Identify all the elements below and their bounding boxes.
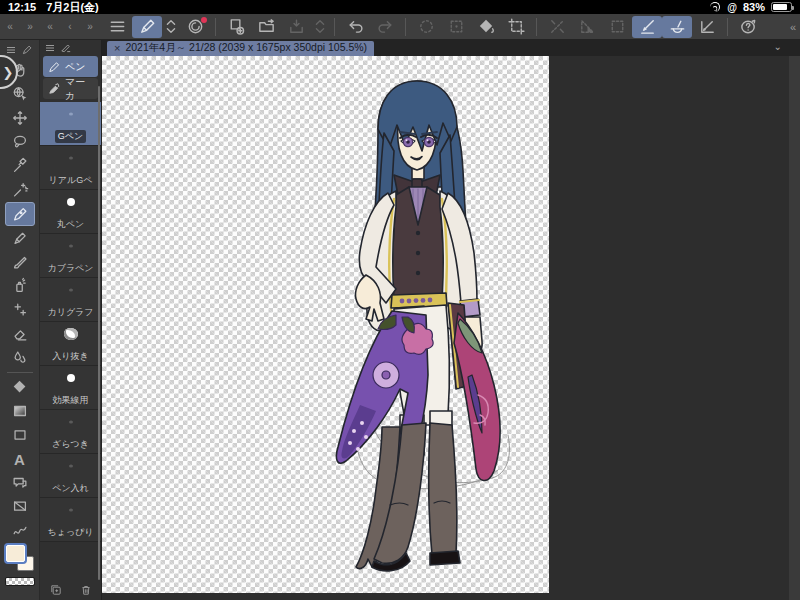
undo-button[interactable] bbox=[340, 16, 370, 38]
subtool-item[interactable]: ちょっぴり bbox=[40, 498, 101, 542]
document-tab[interactable]: × 2021年4月～ 21/28 (2039 x 1675px 350dpi 1… bbox=[107, 41, 374, 56]
subtool-item[interactable]: Gペン bbox=[40, 102, 101, 146]
panel-collapse-chevrons: « » « ‹ » bbox=[0, 14, 102, 39]
subtool-panel-icon bbox=[60, 42, 72, 54]
subtool-item[interactable]: 効果線用 bbox=[40, 366, 101, 410]
ruler-button[interactable] bbox=[542, 16, 572, 38]
tool-panel-expand[interactable]: » bbox=[20, 21, 40, 32]
help-button[interactable] bbox=[733, 16, 763, 38]
deselect-button[interactable] bbox=[441, 16, 471, 38]
save-stepper[interactable] bbox=[311, 16, 329, 38]
special-ruler-button[interactable] bbox=[572, 16, 602, 38]
snap-to-ruler-button[interactable] bbox=[632, 16, 662, 38]
tool-balloon[interactable] bbox=[5, 471, 35, 495]
subtool-item[interactable]: カリグラフ bbox=[40, 278, 101, 322]
subtool-panel: ペン マーカ Gペン リアルGペ 丸ペン カブラペン カリグラフ 入り抜き 効果… bbox=[40, 40, 102, 600]
subtool-item[interactable]: ざらつき bbox=[40, 410, 101, 454]
subtool-panel-menu-icon[interactable] bbox=[45, 43, 55, 53]
subtool-panel-expand[interactable]: » bbox=[80, 21, 100, 32]
subtool-panel-collapse[interactable]: « bbox=[40, 21, 60, 32]
tool-lasso[interactable] bbox=[5, 130, 35, 154]
subtool-item[interactable]: 丸ペン bbox=[40, 190, 101, 234]
new-canvas-button[interactable] bbox=[221, 16, 251, 38]
subtool-item[interactable]: 入り抜き bbox=[40, 322, 101, 366]
tool-decoration[interactable] bbox=[5, 298, 35, 322]
tab-bar-collapse-icon[interactable]: ⌄ bbox=[774, 41, 782, 52]
canvas-page-transparent[interactable] bbox=[102, 56, 549, 593]
duplicate-subtool-icon[interactable] bbox=[49, 583, 63, 597]
rotation-lock-icon: @ bbox=[727, 2, 737, 13]
subtool-item[interactable]: リアルGペ bbox=[40, 146, 101, 190]
snap-to-grid-button[interactable] bbox=[692, 16, 722, 38]
subtool-scrollbar[interactable] bbox=[98, 86, 100, 580]
delete-subtool-icon[interactable] bbox=[79, 583, 93, 597]
subtool-group-marker[interactable]: マーカ bbox=[43, 78, 98, 99]
clock: 12:15 bbox=[8, 1, 36, 13]
close-tab-icon[interactable]: × bbox=[114, 42, 120, 54]
subtool-item[interactable]: カブラペン bbox=[40, 234, 101, 278]
document-tab-bar: × 2021年4月～ 21/28 (2039 x 1675px 350dpi 1… bbox=[102, 40, 800, 56]
tool-pencil[interactable] bbox=[5, 226, 35, 250]
tool-pen[interactable] bbox=[5, 202, 35, 226]
tool-panel-menu-icon[interactable] bbox=[6, 45, 16, 55]
tool-panel-icon bbox=[21, 44, 33, 56]
crop-canvas-button[interactable] bbox=[501, 16, 531, 38]
battery-percent: 83% bbox=[743, 1, 765, 13]
tool-text[interactable]: A bbox=[5, 447, 35, 471]
tool-panel-collapse[interactable]: « bbox=[0, 21, 20, 32]
save-button[interactable] bbox=[281, 16, 311, 38]
grid-button[interactable] bbox=[602, 16, 632, 38]
tool-auto-select[interactable] bbox=[5, 178, 35, 202]
redo-button[interactable] bbox=[370, 16, 400, 38]
toolbar-collapse-chevron[interactable]: « bbox=[786, 21, 800, 33]
selection-launcher-button[interactable] bbox=[411, 16, 441, 38]
tool-eraser[interactable] bbox=[5, 322, 35, 346]
battery-icon bbox=[771, 2, 792, 12]
tool-panel: A bbox=[0, 40, 40, 600]
pen-group-icon bbox=[47, 60, 61, 74]
subtool-list: Gペン リアルGペ 丸ペン カブラペン カリグラフ 入り抜き 効果線用 ざらつき… bbox=[40, 102, 101, 580]
tool-blend[interactable] bbox=[5, 346, 35, 370]
tool-figure[interactable] bbox=[5, 423, 35, 447]
tool-airbrush[interactable] bbox=[5, 274, 35, 298]
canvas-area: × 2021年4月～ 21/28 (2039 x 1675px 350dpi 1… bbox=[102, 40, 800, 600]
tool-gradient[interactable] bbox=[5, 399, 35, 423]
tool-eyedropper[interactable] bbox=[5, 154, 35, 178]
clip-studio-paint-app: 12:15 7月2日(金) @ 83% « » « ‹ » bbox=[0, 0, 800, 600]
tool-line-correction[interactable] bbox=[5, 519, 35, 543]
open-file-button[interactable] bbox=[251, 16, 281, 38]
brush-tool-button[interactable] bbox=[132, 16, 162, 38]
character-illustration bbox=[330, 75, 526, 593]
edge-chevron-icon: ❯ bbox=[3, 65, 14, 80]
viewport-right-strip bbox=[789, 56, 800, 600]
clip-studio-icon[interactable] bbox=[180, 16, 210, 38]
subtool-panel-prev[interactable]: ‹ bbox=[60, 21, 80, 32]
tool-fill[interactable] bbox=[5, 375, 35, 399]
ipad-status-bar: 12:15 7月2日(金) @ 83% bbox=[0, 0, 800, 14]
tool-brush[interactable] bbox=[5, 250, 35, 274]
tool-frame-border[interactable] bbox=[5, 495, 35, 519]
wifi-icon bbox=[708, 2, 721, 12]
document-tab-title: 2021年4月～ 21/28 (2039 x 1675px 350dpi 105… bbox=[125, 41, 367, 55]
tool-move[interactable] bbox=[5, 106, 35, 130]
brush-stepper[interactable] bbox=[162, 16, 180, 38]
tool-divider bbox=[7, 372, 33, 373]
main-color-swatch[interactable] bbox=[6, 545, 25, 562]
transparent-color-bar[interactable] bbox=[5, 577, 35, 586]
canvas-viewport[interactable] bbox=[102, 56, 800, 600]
notification-dot bbox=[201, 17, 207, 23]
command-bar: « » « ‹ » bbox=[0, 14, 800, 40]
marker-group-icon bbox=[47, 82, 61, 96]
date: 7月2日(金) bbox=[46, 0, 99, 15]
snap-to-special-ruler-button[interactable] bbox=[662, 16, 692, 38]
color-swatches[interactable] bbox=[6, 545, 34, 571]
menu-button[interactable] bbox=[102, 16, 132, 38]
fill-button[interactable] bbox=[471, 16, 501, 38]
subtool-item[interactable]: ペン入れ bbox=[40, 454, 101, 498]
